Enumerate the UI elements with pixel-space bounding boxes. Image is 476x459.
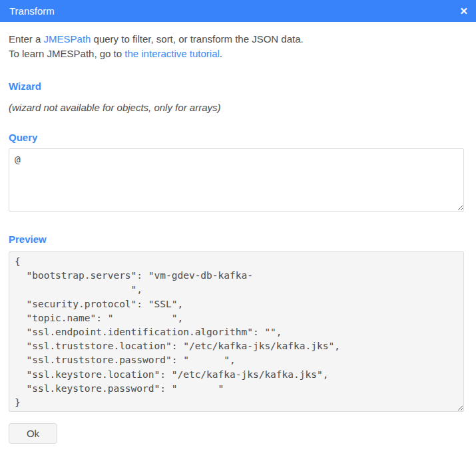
wizard-note: (wizard not available for objects, only … [9,101,464,114]
modal-title: Transform [9,5,55,17]
intro-line1-suffix: query to filter, sort, or transform the … [91,33,303,45]
query-input[interactable]: @ [9,148,464,212]
transform-modal: Transform ✕ Enter a JMESPath query to fi… [0,0,476,459]
ok-button[interactable]: Ok [9,423,57,444]
modal-body: Enter a JMESPath query to filter, sort, … [0,22,476,452]
preview-output[interactable]: { "bootstrap.servers": "vm-gdev-db-kafka… [9,251,464,412]
intro-line1-prefix: Enter a [9,33,44,45]
wizard-heading: Wizard [9,80,464,92]
intro-text: Enter a JMESPath query to filter, sort, … [9,32,464,61]
tutorial-link[interactable]: the interactive tutorial [124,48,220,59]
intro-line2-suffix: . [220,48,222,59]
close-icon[interactable]: ✕ [459,6,468,16]
query-heading: Query [9,132,464,144]
intro-line2-prefix: To learn JMESPath, go to [9,48,124,59]
jmespath-link[interactable]: JMESPath [44,33,91,45]
modal-header: Transform ✕ [0,0,476,22]
preview-heading: Preview [9,233,464,245]
